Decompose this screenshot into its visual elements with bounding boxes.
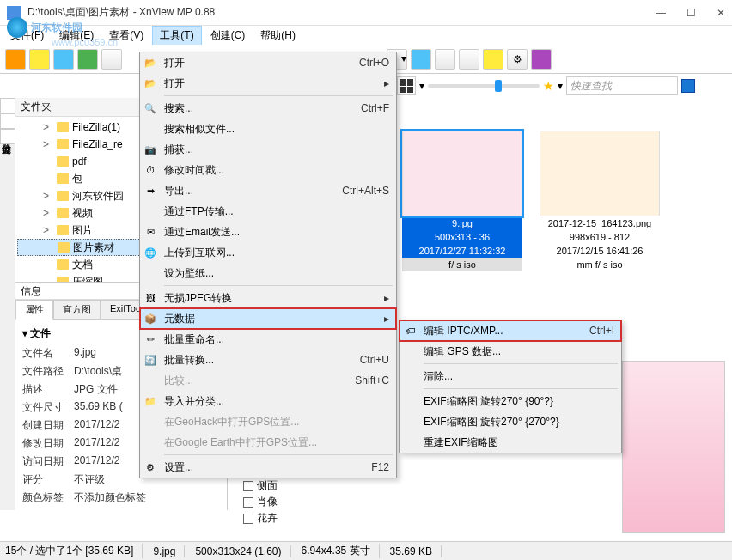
side-tab-categories[interactable]: 分类过滤器 bbox=[0, 129, 15, 144]
tool-back[interactable] bbox=[5, 49, 26, 70]
menu-separator bbox=[164, 285, 393, 286]
checkbox[interactable] bbox=[243, 514, 253, 524]
menu-item[interactable]: 搜索相似文件... bbox=[140, 119, 396, 139]
close-button[interactable]: ✕ bbox=[717, 7, 725, 19]
menu-separator bbox=[424, 363, 618, 364]
tag-label: 侧面 bbox=[257, 478, 278, 493]
thumbnail-image[interactable] bbox=[402, 131, 522, 216]
menu-item-label: 导入并分类... bbox=[164, 394, 389, 409]
tool-b[interactable] bbox=[435, 49, 455, 70]
gear-icon[interactable]: ⚙ bbox=[507, 49, 528, 70]
menu-item[interactable]: 🖼无损JPEG转换▸ bbox=[140, 288, 396, 308]
menu-item[interactable]: ⚙设置...F12 bbox=[140, 457, 396, 478]
expand-arrow-icon[interactable]: > bbox=[43, 224, 53, 236]
info-tab-histogram[interactable]: 直方图 bbox=[53, 300, 101, 320]
tree-label: 文档 bbox=[72, 258, 93, 272]
folder-icon bbox=[57, 139, 69, 149]
menu-item[interactable]: ⏱修改时间戳... bbox=[140, 160, 396, 180]
menu-item[interactable]: 在GeoHack中打开GPS位置... bbox=[140, 411, 396, 432]
info-value: 不评级 bbox=[74, 472, 105, 487]
status-filename: 9.jpg bbox=[153, 545, 185, 557]
expand-arrow-icon[interactable]: > bbox=[43, 190, 53, 202]
tool-5[interactable] bbox=[101, 49, 122, 70]
menu-item[interactable]: 在Google Earth中打开GPS位置... bbox=[140, 432, 396, 453]
folder-icon bbox=[57, 173, 69, 184]
menu-create[interactable]: 创建(C) bbox=[204, 27, 253, 45]
maximize-button[interactable]: ☐ bbox=[686, 7, 696, 19]
expand-arrow-icon[interactable]: > bbox=[43, 207, 53, 219]
thumbnail-size-slider[interactable] bbox=[428, 84, 540, 88]
menu-shortcut: F12 bbox=[371, 461, 389, 473]
favorite-star-icon[interactable]: ★ bbox=[543, 79, 554, 93]
submenu-item[interactable]: EXIF缩略图 旋转270° {90°?} bbox=[400, 391, 621, 411]
info-panel-title: 信息 bbox=[21, 284, 41, 297]
tag-row[interactable]: 侧面 bbox=[242, 478, 397, 494]
submenu-item[interactable]: 清除... bbox=[400, 366, 621, 387]
submenu-item[interactable]: EXIF缩略图 旋转270° {270°?} bbox=[400, 411, 621, 432]
float-button[interactable] bbox=[681, 79, 695, 93]
menu-item[interactable]: 设为壁纸... bbox=[140, 263, 396, 283]
menu-item[interactable]: 📷捕获... bbox=[140, 139, 396, 160]
expand-arrow-icon[interactable]: > bbox=[43, 121, 53, 133]
menu-item-icon: 📦 bbox=[143, 312, 157, 326]
menu-item-icon: 📂 bbox=[143, 76, 157, 90]
side-tab-favorites[interactable]: 收藏夹 bbox=[0, 113, 15, 129]
menu-item[interactable]: 📂打开Ctrl+O bbox=[140, 52, 396, 73]
tool-forward[interactable] bbox=[29, 49, 50, 70]
menu-item[interactable]: 🔍搜索...Ctrl+F bbox=[140, 98, 396, 119]
menu-item[interactable]: ✏批量重命名... bbox=[140, 329, 396, 350]
menu-item[interactable]: 通过FTP传输... bbox=[140, 201, 396, 222]
menu-item[interactable]: 📁导入并分类... bbox=[140, 391, 396, 411]
expand-arrow-icon[interactable]: > bbox=[43, 138, 53, 150]
menu-item-label: 修改时间戳... bbox=[164, 163, 389, 178]
submenu-item[interactable]: 重建EXIF缩略图 bbox=[400, 432, 621, 453]
quick-search-input[interactable]: 快速查找 bbox=[566, 76, 678, 95]
checkbox[interactable] bbox=[243, 481, 253, 491]
checkbox[interactable] bbox=[243, 497, 253, 508]
menu-item[interactable]: 📦元数据▸ bbox=[140, 308, 396, 329]
menu-item[interactable]: 🔄批量转换...Ctrl+U bbox=[140, 350, 396, 370]
menu-item-icon bbox=[403, 394, 417, 408]
tag-row[interactable]: 肖像 bbox=[242, 494, 397, 510]
tool-f[interactable] bbox=[531, 49, 552, 70]
menu-item-icon: 📷 bbox=[143, 143, 157, 156]
dropdown-arrow-icon[interactable]: ▾ bbox=[419, 80, 424, 92]
view-mode-grid-icon[interactable] bbox=[397, 76, 416, 95]
menu-help[interactable]: 帮助(H) bbox=[253, 27, 302, 45]
info-key: 访问日期 bbox=[22, 454, 74, 469]
tree-label: 图片素材 bbox=[73, 240, 114, 255]
folder-icon bbox=[57, 259, 69, 270]
submenu-item[interactable]: 🏷编辑 IPTC/XMP...Ctrl+I bbox=[400, 320, 621, 341]
thumbnail-item[interactable]: 2017-12-15_164123.png 998x619 - 812 2017… bbox=[540, 131, 660, 271]
menu-item[interactable]: 📂打开▸ bbox=[140, 73, 396, 94]
tool-refresh[interactable] bbox=[77, 49, 98, 70]
side-tab-folders[interactable]: 文件夹 bbox=[0, 98, 15, 113]
menu-item-label: 上传到互联网... bbox=[164, 246, 389, 260]
submenu-arrow-icon: ▸ bbox=[384, 313, 389, 325]
thumbnail-filename: 2017-12-15_164123.png bbox=[540, 216, 660, 230]
info-value: 35.69 KB ( bbox=[74, 400, 123, 415]
thumbnail-item[interactable]: 9.jpg 500x313 - 36 2017/12/27 11:32:32 f… bbox=[402, 131, 522, 271]
minimize-button[interactable]: — bbox=[656, 7, 666, 19]
info-tab-properties[interactable]: 属性 bbox=[15, 300, 53, 320]
submenu-item[interactable]: 编辑 GPS 数据... bbox=[400, 341, 621, 362]
info-value: D:\tools\桌 bbox=[74, 364, 122, 379]
folder-icon bbox=[57, 191, 69, 201]
tool-d[interactable] bbox=[483, 49, 503, 70]
menu-item[interactable]: 比较...Shift+C bbox=[140, 370, 396, 391]
menu-item[interactable]: 🌐上传到互联网... bbox=[140, 242, 396, 263]
menu-tools[interactable]: 工具(T) bbox=[152, 26, 201, 46]
thumbnail-image[interactable] bbox=[540, 131, 660, 216]
menu-item-icon: 🔍 bbox=[143, 101, 157, 115]
tool-up[interactable] bbox=[53, 49, 74, 70]
info-key: 文件名 bbox=[22, 346, 74, 361]
dropdown-arrow-icon[interactable]: ▾ bbox=[558, 80, 563, 92]
menu-shortcut: Ctrl+O bbox=[359, 57, 389, 69]
menu-item-icon: 📂 bbox=[143, 56, 157, 70]
folder-icon bbox=[57, 122, 69, 132]
menu-item[interactable]: ➡导出...Ctrl+Alt+S bbox=[140, 180, 396, 201]
menu-item[interactable]: ✉通过Email发送... bbox=[140, 222, 396, 242]
tool-c[interactable] bbox=[459, 49, 479, 70]
tag-row[interactable]: 花卉 bbox=[242, 510, 397, 527]
tool-a[interactable] bbox=[411, 49, 431, 70]
